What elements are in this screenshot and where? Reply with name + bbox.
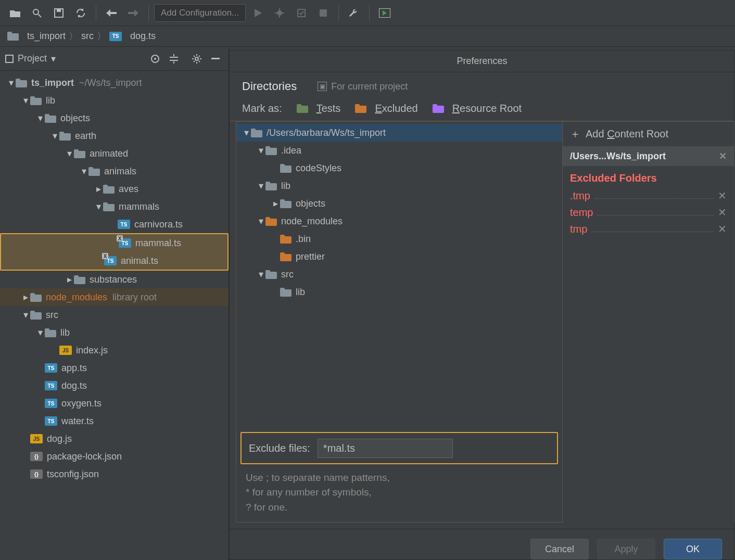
tree-node-file[interactable]: TSoxygen.ts bbox=[0, 394, 229, 412]
separator bbox=[338, 5, 339, 21]
tree-node-file[interactable]: TScarnivora.ts bbox=[0, 215, 229, 233]
hint-line: * for any number of symbols, bbox=[246, 485, 553, 500]
wrench-icon[interactable] bbox=[344, 3, 364, 23]
close-icon[interactable]: ✕ bbox=[719, 150, 727, 162]
excluded-folder-item[interactable]: temp✕ bbox=[563, 204, 734, 221]
tree-node[interactable]: ▸aves bbox=[0, 180, 229, 198]
dir-node[interactable]: ▾.idea bbox=[236, 142, 562, 159]
dir-node[interactable]: prettier bbox=[236, 248, 562, 265]
ts-file-icon: XTS bbox=[119, 238, 131, 248]
tree-node-file[interactable]: JSindex.js bbox=[0, 341, 229, 359]
close-icon[interactable]: ✕ bbox=[718, 206, 727, 219]
tree-node-file[interactable]: XTSmammal.ts bbox=[1, 234, 227, 252]
excluded-folder-label: .tmp bbox=[570, 190, 590, 202]
tree-node-file[interactable]: {}tsconfig.json bbox=[0, 465, 229, 483]
save-icon[interactable] bbox=[49, 3, 69, 23]
back-icon[interactable] bbox=[102, 3, 121, 23]
breadcrumb-item[interactable]: TSdog.ts bbox=[109, 31, 156, 42]
tree-label: lib bbox=[60, 327, 70, 338]
tree-node-file[interactable]: TSwater.ts bbox=[0, 412, 229, 430]
tree-node[interactable]: ▾mammals bbox=[0, 198, 229, 215]
breadcrumb-label: ts_import bbox=[27, 31, 66, 42]
breadcrumb-item[interactable]: src bbox=[81, 31, 94, 42]
tree-label: node_modules bbox=[281, 216, 343, 227]
tree-node-file[interactable]: {}package-lock.json bbox=[0, 448, 229, 465]
tree-node[interactable]: ▾lib bbox=[0, 92, 229, 109]
debug-icon[interactable] bbox=[270, 3, 289, 23]
dir-node[interactable]: .bin bbox=[236, 230, 562, 248]
chevron-right-icon: 〉 bbox=[97, 30, 106, 43]
add-content-root[interactable]: ＋ Add Content Root bbox=[563, 122, 734, 146]
tree-label: carnivora.ts bbox=[134, 219, 183, 230]
open-icon[interactable] bbox=[5, 3, 25, 23]
apply-button[interactable]: Apply bbox=[597, 539, 655, 559]
tree-label: .bin bbox=[296, 234, 311, 245]
tree-node-file[interactable]: XTSanimal.ts bbox=[1, 252, 227, 270]
tree-label: animal.ts bbox=[121, 256, 158, 266]
content-roots-panel: ＋ Add Content Root /Users...Ws/ts_import… bbox=[563, 121, 734, 523]
tree-label: tsconfig.json bbox=[47, 469, 99, 480]
tree-node[interactable]: ▾animated bbox=[0, 145, 229, 162]
project-panel: Project ▾ ▾ts_import~/Ws/ts_import ▾lib … bbox=[0, 47, 229, 560]
chevron-down-icon: ▾ bbox=[51, 53, 56, 65]
svg-rect-16 bbox=[211, 58, 220, 59]
gear-icon[interactable] bbox=[189, 51, 205, 67]
locate-icon[interactable] bbox=[147, 51, 163, 67]
close-icon[interactable]: ✕ bbox=[718, 223, 727, 235]
breadcrumb-item[interactable]: ts_import bbox=[7, 31, 66, 42]
mark-resource[interactable]: Resource Root bbox=[433, 103, 522, 114]
tree-label: /Users/barbara/Ws/ts_import bbox=[267, 128, 386, 138]
panel-title-label: Project bbox=[18, 53, 47, 64]
tree-node[interactable]: ▾lib bbox=[0, 324, 229, 341]
close-icon[interactable]: ✕ bbox=[718, 189, 727, 202]
tree-node-file[interactable]: TSapp.ts bbox=[0, 359, 229, 377]
stop-icon[interactable] bbox=[313, 3, 333, 23]
tab-directories[interactable]: Directories bbox=[242, 80, 297, 93]
directories-tree-panel: ▾/Users/barbara/Ws/ts_import ▾.idea code… bbox=[236, 121, 563, 523]
dir-node[interactable]: ▾lib bbox=[236, 177, 562, 195]
dir-node[interactable]: ▾src bbox=[236, 265, 562, 283]
sync-icon[interactable] bbox=[71, 3, 91, 23]
tree-label: aves bbox=[119, 184, 138, 195]
project-tree[interactable]: ▾ts_import~/Ws/ts_import ▾lib ▾objects ▾… bbox=[0, 71, 229, 560]
tree-node-root[interactable]: ▾ts_import~/Ws/ts_import bbox=[0, 74, 229, 92]
tree-node[interactable]: ▾objects bbox=[0, 109, 229, 127]
mark-tests[interactable]: Tests bbox=[297, 103, 341, 114]
tree-node[interactable]: ▸node_moduleslibrary root bbox=[0, 288, 229, 306]
tree-node[interactable]: ▾animals bbox=[0, 162, 229, 180]
exclude-files-label: Exclude files: bbox=[249, 442, 310, 454]
tree-node-file[interactable]: JSdog.js bbox=[0, 430, 229, 448]
excluded-folder-label: temp bbox=[570, 207, 593, 219]
collapse-icon[interactable] bbox=[166, 51, 182, 67]
exclude-files-input[interactable] bbox=[318, 439, 453, 458]
run-target-icon[interactable] bbox=[375, 3, 395, 23]
dir-node[interactable]: lib bbox=[236, 283, 562, 301]
run-config-select[interactable]: Add Configuration... bbox=[154, 4, 246, 22]
forward-icon[interactable] bbox=[123, 3, 143, 23]
breadcrumb-label: dog.ts bbox=[130, 31, 156, 42]
dir-node-root[interactable]: ▾/Users/barbara/Ws/ts_import bbox=[236, 124, 562, 142]
content-root-item[interactable]: /Users...Ws/ts_import ✕ bbox=[563, 146, 734, 166]
tree-node[interactable]: ▸substances bbox=[0, 271, 229, 288]
tree-label: dog.ts bbox=[61, 380, 87, 391]
excluded-folder-item[interactable]: tmp✕ bbox=[563, 221, 734, 237]
dir-node[interactable]: ▸objects bbox=[236, 195, 562, 212]
minimize-icon[interactable] bbox=[208, 51, 223, 67]
ok-button[interactable]: OK bbox=[664, 539, 722, 559]
tree-node[interactable]: ▾src bbox=[0, 306, 229, 324]
directories-tree[interactable]: ▾/Users/barbara/Ws/ts_import ▾.idea code… bbox=[236, 122, 562, 430]
tree-node-file[interactable]: TSdog.ts bbox=[0, 377, 229, 394]
dir-node[interactable]: ▾node_modules bbox=[236, 212, 562, 230]
coverage-icon[interactable] bbox=[292, 3, 311, 23]
folder-icon bbox=[355, 104, 366, 113]
folder-icon bbox=[30, 96, 42, 105]
search-icon[interactable] bbox=[27, 3, 47, 23]
excluded-folder-item[interactable]: .tmp✕ bbox=[563, 187, 734, 204]
project-panel-header: Project ▾ bbox=[0, 47, 229, 71]
cancel-button[interactable]: Cancel bbox=[530, 539, 589, 559]
tree-node[interactable]: ▾earth bbox=[0, 127, 229, 145]
mark-excluded[interactable]: Excluded bbox=[355, 103, 417, 114]
dir-node[interactable]: codeStyles bbox=[236, 159, 562, 177]
run-icon[interactable] bbox=[248, 3, 268, 23]
project-panel-title[interactable]: Project ▾ bbox=[5, 53, 56, 65]
